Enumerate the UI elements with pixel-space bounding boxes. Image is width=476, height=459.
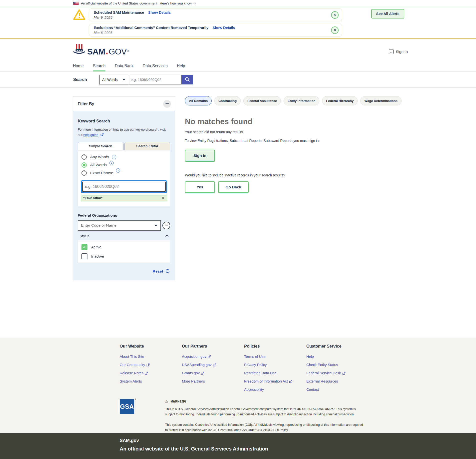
tab-search-editor[interactable]: Search Editor xyxy=(124,142,170,150)
keyword-chip-label: "Emir Altun" xyxy=(83,196,103,200)
gsa-logo: GSA xyxy=(120,399,134,414)
external-link-icon xyxy=(289,380,292,383)
domain-pill-wage-determinations[interactable]: Wage Determinations xyxy=(360,96,401,105)
help-guide-link[interactable]: help guide xyxy=(83,133,98,137)
keyword-input[interactable] xyxy=(82,182,166,192)
chip-remove-icon[interactable]: × xyxy=(162,196,164,200)
radio-dot xyxy=(83,164,85,166)
more-options-button[interactable] xyxy=(162,222,170,229)
see-all-alerts-button[interactable]: See All Alerts xyxy=(371,9,404,18)
active-checkbox-row[interactable]: Active xyxy=(81,244,166,250)
footer-link-external-resources[interactable]: External Resources xyxy=(306,379,369,383)
footer-link-restricted-data-use[interactable]: Restricted Data Use xyxy=(244,371,306,375)
search-label: Search xyxy=(73,77,87,82)
footer-link-release-notes[interactable]: Release Notes xyxy=(120,371,182,375)
footer-link-label: Acquisition.gov xyxy=(182,355,206,359)
footer-link-label: External Resources xyxy=(306,379,338,383)
gsa-registered-mark: ® xyxy=(135,398,136,401)
footer-link-contact[interactable]: Contact xyxy=(306,388,369,392)
footer-link-accessibility[interactable]: Accessibility xyxy=(244,388,306,392)
yes-button[interactable]: Yes xyxy=(185,181,215,193)
footer-link-federal-service-desk[interactable]: Federal Service Desk xyxy=(306,371,369,375)
alert-date: Mar 6, 2026 xyxy=(94,31,327,35)
show-details-link[interactable]: Show Details xyxy=(212,26,235,30)
reset-refresh-icon[interactable] xyxy=(165,269,170,274)
sign-in-button[interactable]: Sign In xyxy=(185,150,215,162)
simple-search-box: Any Words i All Words i Exact Phrase i xyxy=(78,150,170,206)
footer-col-policies: Policies Terms of Use Privacy Policy Res… xyxy=(244,344,306,396)
footer-link-more-partners[interactable]: More Partners xyxy=(182,379,244,383)
info-icon[interactable]: i xyxy=(112,155,116,159)
footer-link-about-this-site[interactable]: About This Site xyxy=(120,355,182,359)
gsa-warning-row: GSA ® ⚠ WARNING This is a U.S. General S… xyxy=(120,399,476,433)
filter-panel-body: Keyword Search For more information on h… xyxy=(73,111,175,280)
warning-block: ⚠ WARNING This is a U.S. General Service… xyxy=(165,399,365,433)
logo-wordmark: SAM ★ GOV xyxy=(87,47,127,56)
footer-link-help[interactable]: Help xyxy=(306,355,369,359)
us-flag-icon xyxy=(73,1,79,6)
nav-item-data-services[interactable]: Data Services xyxy=(143,60,168,71)
nav-item-data-bank[interactable]: Data Bank xyxy=(115,60,133,71)
alert-title: Exclusions “Additional Comments” Content… xyxy=(94,26,208,30)
footer-link-system-alerts[interactable]: System Alerts xyxy=(120,379,182,383)
search-mode-select[interactable]: All Words xyxy=(99,75,128,84)
search-submit-button[interactable] xyxy=(182,75,193,84)
nav-item-help[interactable]: Help xyxy=(177,60,185,71)
tab-simple-search[interactable]: Simple Search xyxy=(78,142,124,150)
heres-how-you-know-link[interactable]: Here's how you know xyxy=(160,1,192,5)
federal-org-select[interactable]: Enter Code or Name xyxy=(78,220,161,231)
footer-link-our-community[interactable]: Our Community xyxy=(120,363,182,367)
logo-registered-mark: ® xyxy=(127,49,129,52)
active-label: Active xyxy=(91,245,101,249)
warning-paragraph-2: This system contains Controlled Unclassi… xyxy=(165,422,365,433)
footer-link-privacy-policy[interactable]: Privacy Policy xyxy=(244,363,306,367)
alert-close-button[interactable] xyxy=(331,26,339,34)
all-words-radio[interactable] xyxy=(81,162,87,168)
nav-item-home[interactable]: Home xyxy=(73,60,84,71)
alert-banner: Scheduled SAM Maintenance Show Details M… xyxy=(89,8,342,21)
go-back-button[interactable]: Go Back xyxy=(218,181,249,193)
footer-col-title: Our Website xyxy=(120,344,182,349)
footer-link-foia[interactable]: Freedom of Information Act xyxy=(244,379,306,383)
external-link-icon xyxy=(208,355,211,358)
inactive-checkbox[interactable] xyxy=(81,253,87,259)
exact-phrase-radio[interactable] xyxy=(81,170,87,176)
sign-in-required-text: To view Entity Registrations, Subcontrac… xyxy=(185,138,323,143)
inactive-checkbox-row[interactable]: Inactive xyxy=(81,253,166,259)
main-nav: Home Search Data Bank Data Services Help xyxy=(0,60,476,72)
show-details-link[interactable]: Show Details xyxy=(148,10,171,14)
header-sign-in[interactable]: Sign In xyxy=(389,49,408,54)
domain-pill-contracting[interactable]: Contracting xyxy=(214,96,241,105)
chevron-up-icon[interactable] xyxy=(165,235,169,238)
nav-item-search[interactable]: Search xyxy=(93,60,106,71)
agency-footer: SAM.gov An official website of the U.S. … xyxy=(0,433,476,459)
active-checkbox[interactable] xyxy=(81,244,87,250)
footer-link-acquisition-gov[interactable]: Acquisition.gov xyxy=(182,355,244,359)
footer-link-label: Grants.gov xyxy=(182,371,200,375)
domain-pill-federal-assistance[interactable]: Federal Assistance xyxy=(243,96,281,105)
domain-pill-federal-hierarchy[interactable]: Federal Hierarchy xyxy=(322,96,358,105)
federal-organizations-title: Federal Organizations xyxy=(78,213,170,217)
domain-pill-entity-information[interactable]: Entity Information xyxy=(284,96,319,105)
footer-link-usaspending-gov[interactable]: USASpending.gov xyxy=(182,363,244,367)
keyword-search-title: Keyword Search xyxy=(78,119,170,123)
info-icon[interactable]: i xyxy=(116,168,120,173)
status-label: Status xyxy=(80,234,89,238)
alert-close-button[interactable] xyxy=(331,11,339,19)
search-input[interactable] xyxy=(128,75,182,84)
footer-link-label: Help xyxy=(306,355,314,359)
reset-link[interactable]: Reset xyxy=(153,269,163,274)
footer-link-check-entity-status[interactable]: Check Entity Status xyxy=(306,363,369,367)
footer-link-grants-gov[interactable]: Grants.gov xyxy=(182,371,244,375)
footer-link-terms-of-use[interactable]: Terms of Use xyxy=(244,355,306,359)
sam-gov-logo[interactable]: ★ ★ ★ SAM ★ GOV ® xyxy=(73,44,129,56)
inactive-question-buttons: Yes Go Back xyxy=(185,181,387,193)
keyword-input-wrap xyxy=(82,182,166,192)
chevron-down-icon[interactable] xyxy=(193,2,196,4)
warning-text-bold: "FOR OFFICIAL USE ONLY." xyxy=(293,407,335,411)
domain-pill-all-domains[interactable]: All Domains xyxy=(185,96,212,105)
any-words-radio[interactable] xyxy=(81,154,87,160)
info-icon[interactable]: i xyxy=(109,161,114,165)
collapse-filters-button[interactable] xyxy=(163,100,171,108)
site-footer: Our Website About This Site Our Communit… xyxy=(0,338,476,433)
